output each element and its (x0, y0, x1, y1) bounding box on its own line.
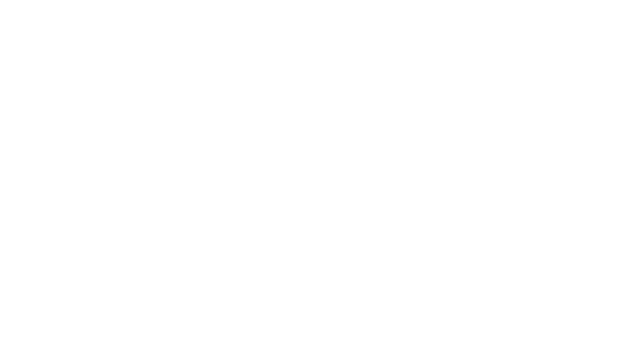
line-chart (0, 2, 644, 335)
chart-area (0, 2, 644, 335)
